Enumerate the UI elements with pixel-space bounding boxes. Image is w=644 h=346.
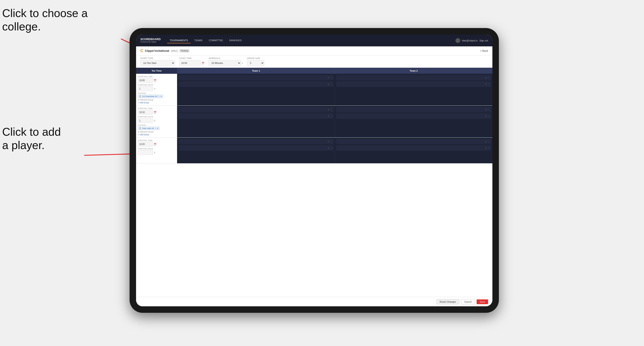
slot-x-btn-r2-1-1[interactable]: × [328,108,329,111]
player-slot-r2-1-1[interactable]: × ⋮ [178,107,334,112]
slot-x-btn-2-1[interactable]: × [486,76,487,79]
slot-x-btn-1-2[interactable]: × [328,83,329,86]
cancel-button[interactable]: Cancel [461,299,475,304]
clock-icon: ⏰ [202,62,204,64]
slot-expand-btn-r3-1-2[interactable]: ⋮ [330,147,332,150]
slot-actions-r2-1-1: × ⋮ [328,108,332,111]
player-slot-1-1[interactable]: × ⋮ [178,75,334,80]
slot-expand-btn-r3-2-1[interactable]: ⋮ [488,140,490,143]
team2-cell-row2: × ⋮ × ⋮ [335,106,492,137]
slot-expand-btn-r3-1-1[interactable]: ⋮ [330,140,332,143]
player-slot-r2-2-2[interactable]: × ⋮ [336,113,491,119]
slot-expand-btn-r2-2-2[interactable]: ⋮ [488,115,490,118]
slot-x-btn-r2-1-2[interactable]: × [328,115,329,118]
slot-x-btn-r3-1-2[interactable]: × [328,147,329,150]
slot-expand-btn-r2-1-1[interactable]: ⋮ [330,108,332,111]
slot-x-btn-2-2[interactable]: × [486,83,487,86]
remove-group-2[interactable]: ⊖ Remove Group [138,131,175,133]
hole-input-3[interactable] [138,150,153,155]
reset-changes-button[interactable]: Reset Changes [436,299,459,304]
save-button[interactable]: Save [477,299,488,304]
course-chevron-2[interactable]: ▾ [157,127,158,129]
course-label-2: COURSE: [138,124,175,126]
nav-link-teams[interactable]: TEAMS [192,38,205,43]
intervals-label: Intervals [208,57,243,59]
player-slot-r3-2-2[interactable]: × ⋮ [336,145,491,151]
left-panel-row3: STARTING TIME: ⏰ STARTING HOLE: ⇅ [136,138,177,163]
slot-x-btn-r3-1-1[interactable]: × [328,140,329,143]
remove-group-label-2: Remove Group [140,131,153,133]
avatar [456,38,460,43]
player-slot-r3-1-2[interactable]: × ⋮ [178,145,334,151]
intervals-group: Intervals 10 Minutes ℹ [208,57,243,66]
slot-x-btn-r3-2-1[interactable]: × [486,140,487,143]
nav-link-rankings[interactable]: RANKINGS [227,38,244,43]
team1-cell-row1: × ⋮ × ⋮ [177,74,335,106]
time-input-row-2: ⏰ [138,110,175,115]
course-remove-1[interactable]: × [159,95,160,98]
annotation-add-player: Click to add a player. [2,125,61,152]
slot-expand-btn-2-2[interactable]: ⋮ [488,83,490,86]
back-button[interactable]: < Back [480,49,488,52]
group-size-select[interactable]: 3 [247,60,264,66]
slot-expand-btn-2-1[interactable]: ⋮ [488,76,490,79]
course-tag-1[interactable]: 🏌 (A) Peachtree GC × ▾ [138,95,163,98]
slot-x-btn-1-1[interactable]: × [328,76,329,79]
col-tee-time: Tee Time [136,68,177,74]
hole-input-1[interactable] [138,86,153,91]
player-slot-2-2[interactable]: × ⋮ [336,81,491,87]
player-slot-r2-2-1[interactable]: × ⋮ [336,107,491,112]
team2-cell-row3: × ⋮ × ⋮ [335,138,492,163]
col-team1: Team 1 [177,68,335,74]
start-type-select[interactable]: 1st Tee Start [140,60,175,66]
slot-expand-btn-1-2[interactable]: ⋮ [330,83,332,86]
course-chevron-1[interactable]: ▾ [161,95,162,98]
course-label-1: COURSE: [138,92,175,94]
course-tag-2[interactable]: 🏌 East Lake GC × ▾ [138,127,160,130]
hole-arrows-icon-2: ⇅ [154,120,156,122]
slot-actions-r2-2-1: × ⋮ [486,108,490,111]
hole-input-row-2: ⇅ [138,118,175,123]
sign-out-link[interactable]: Sign out [480,39,488,42]
starting-time-label-3: STARTING TIME: [138,139,175,141]
start-time-input[interactable] [179,60,201,66]
nav-link-committee[interactable]: COMMITTEE [206,38,226,43]
nav-link-tournaments[interactable]: TOURNAMENTS [167,38,191,43]
time-input-1[interactable] [138,78,153,83]
player-slot-r3-2-1[interactable]: × ⋮ [336,139,491,144]
team1-cell-row3: × ⋮ × ⋮ [177,138,335,163]
slot-expand-btn-r2-1-2[interactable]: ⋮ [330,115,332,118]
slot-x-btn-r2-2-2[interactable]: × [486,115,487,118]
add-group-2[interactable]: + Add Group [138,134,175,136]
starting-time-label-2: STARTING TIME: [138,107,175,109]
slot-actions-r2-2-2: × ⋮ [486,115,490,118]
remove-group-icon-1: ⊖ [138,99,140,101]
user-email: blair@clippd.io [462,39,478,42]
course-row-1: 🏌 (A) Peachtree GC × ▾ [138,95,175,98]
slot-expand-btn-r3-2-2[interactable]: ⋮ [488,147,490,150]
add-group-1[interactable]: + Add Group [138,102,175,104]
start-type-group: Start Type 1st Tee Start [140,57,175,66]
player-slot-1-2[interactable]: × ⋮ [178,81,334,87]
time-input-2[interactable] [138,110,153,115]
slot-x-btn-r2-2-1[interactable]: × [486,108,487,111]
intervals-select[interactable]: 10 Minutes [208,60,241,66]
time-input-3[interactable] [138,142,153,147]
slot-x-btn-r3-2-2[interactable]: × [486,147,487,150]
clock-icon-row3: ⏰ [154,143,156,145]
player-slot-r2-1-2[interactable]: × ⋮ [178,113,334,119]
slot-expand-btn-1-1[interactable]: ⋮ [330,76,332,79]
add-group-icon-2: + [138,134,139,136]
hole-input-2[interactable] [138,118,153,123]
starting-hole-label-1: STARTING HOLE: [138,84,175,86]
slot-actions-1-1: × ⋮ [328,76,332,79]
remove-group-1[interactable]: ⊖ Remove Group [138,99,175,101]
player-slot-r3-1-1[interactable]: × ⋮ [178,139,334,144]
course-remove-2[interactable]: × [155,127,156,129]
player-slot-2-1[interactable]: × ⋮ [336,75,491,80]
slot-expand-btn-r2-2-1[interactable]: ⋮ [488,108,490,111]
tee-rows: STARTING TIME: ⏰ STARTING HOLE: ⇅ COURSE… [136,74,492,297]
intervals-info-icon: ℹ [242,62,243,64]
left-panel-row2: STARTING TIME: ⏰ STARTING HOLE: ⇅ COURSE… [136,106,177,137]
tournament-gender: (Men) [171,49,178,52]
